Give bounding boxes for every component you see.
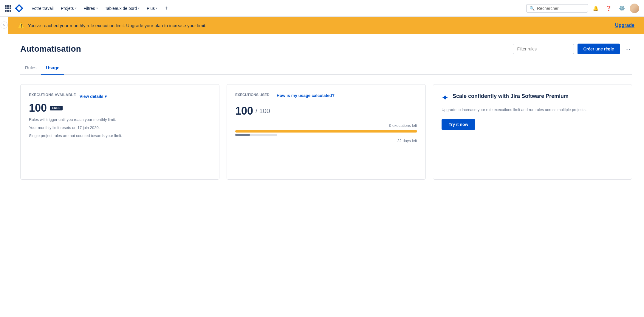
card1-label: Executions available (29, 93, 76, 97)
user-avatar[interactable] (630, 4, 639, 13)
card1-desc3: Single project rules are not counted tow… (29, 133, 211, 139)
executions-header: Executions used How is my usage calculat… (235, 93, 417, 99)
card2-label: Executions used (235, 93, 270, 97)
executions-available-card: Executions available View details ▾ 100 … (20, 84, 219, 180)
nav-create-icon[interactable]: + (162, 4, 171, 13)
cards-row: Executions available View details ▾ 100 … (20, 84, 632, 180)
app-switcher-icon[interactable] (5, 5, 11, 12)
view-details-chevron-icon: ▾ (105, 94, 107, 99)
page-title: Automatisation (20, 44, 81, 54)
sidebar-collapse-button[interactable]: > (1, 21, 8, 29)
jira-logo[interactable] (15, 4, 23, 13)
top-navigation: Votre travail Projets ▾ Filtres ▾ Tablea… (0, 0, 644, 17)
nav-work[interactable]: Votre travail (29, 5, 56, 12)
nav-more[interactable]: Plus ▾ (144, 5, 160, 12)
content-area: Automatisation Créer une règle ··· Rules… (8, 34, 644, 189)
usage-calculation-link[interactable]: How is my usage calculated? (277, 93, 335, 99)
search-box[interactable]: 🔍 (526, 4, 588, 13)
search-icon: 🔍 (530, 6, 535, 11)
warning-banner: ⚠️ You've reached your monthly rule exec… (8, 17, 644, 34)
sparkle-icon: ✦ (442, 93, 448, 103)
more-options-button[interactable]: ··· (623, 44, 632, 54)
days-left-label: 22 days left (235, 139, 417, 143)
nav-dashboards[interactable]: Tableaux de bord ▾ (103, 5, 142, 12)
executions-used-card: Executions used How is my usage calculat… (227, 84, 426, 180)
page-wrapper: > ⚠️ You've reached your monthly rule ex… (0, 17, 644, 317)
progress-bar-fill-days (235, 134, 250, 136)
card1-number: 100 FREE (29, 102, 211, 114)
tabs-bar: Rules Usage (20, 61, 632, 75)
header-actions: Créer une règle ··· (513, 44, 632, 54)
progress-bar-bg-days (235, 134, 277, 136)
filter-rules-input[interactable] (513, 44, 574, 54)
progress-bar-fill-used (235, 130, 417, 133)
settings-icon[interactable]: ⚙️ (617, 3, 627, 14)
executions-left-label: 0 executions left (235, 123, 417, 128)
card1-desc1: Rules will trigger until you reach your … (29, 117, 211, 123)
nav-projects[interactable]: Projets ▾ (58, 5, 79, 12)
card2-denom: / 100 (256, 107, 270, 115)
card3-title: Scale confidently with Jira Software Pre… (453, 93, 569, 100)
upgrade-link[interactable]: Upgrade (615, 23, 634, 28)
sidebar-toggle[interactable]: > (0, 17, 8, 317)
more-chevron-icon: ▾ (156, 7, 157, 10)
free-badge: FREE (50, 106, 63, 110)
try-it-now-button[interactable]: Try it now (442, 119, 475, 130)
content-header: Automatisation Créer une règle ··· (20, 44, 632, 54)
notifications-icon[interactable]: 🔔 (590, 3, 601, 14)
premium-upsell-card: ✦ Scale confidently with Jira Software P… (433, 84, 632, 180)
warning-icon: ⚠️ (18, 22, 24, 29)
card2-number: 100 / 100 (235, 105, 417, 117)
usage-progress-bar (235, 130, 417, 136)
help-icon[interactable]: ❓ (603, 3, 614, 14)
card3-header: ✦ Scale confidently with Jira Software P… (442, 93, 623, 103)
dashboards-chevron-icon: ▾ (138, 7, 140, 10)
view-details-link[interactable]: View details ▾ (80, 94, 107, 99)
card1-desc2: Your monthly limit resets on 17 juin 202… (29, 125, 211, 131)
create-rule-button[interactable]: Créer une règle (578, 44, 620, 54)
nav-filters[interactable]: Filtres ▾ (81, 5, 100, 12)
projects-chevron-icon: ▾ (75, 7, 77, 10)
main-content: ⚠️ You've reached your monthly rule exec… (8, 17, 644, 317)
tab-usage[interactable]: Usage (41, 61, 64, 75)
tab-rules[interactable]: Rules (20, 61, 41, 75)
card3-desc: Upgrade to increase your rule executions… (442, 107, 623, 113)
search-input[interactable] (537, 6, 585, 11)
banner-message: You've reached your monthly rule executi… (28, 23, 612, 28)
progress-bar-bg-used (235, 130, 417, 133)
filters-chevron-icon: ▾ (96, 7, 98, 10)
